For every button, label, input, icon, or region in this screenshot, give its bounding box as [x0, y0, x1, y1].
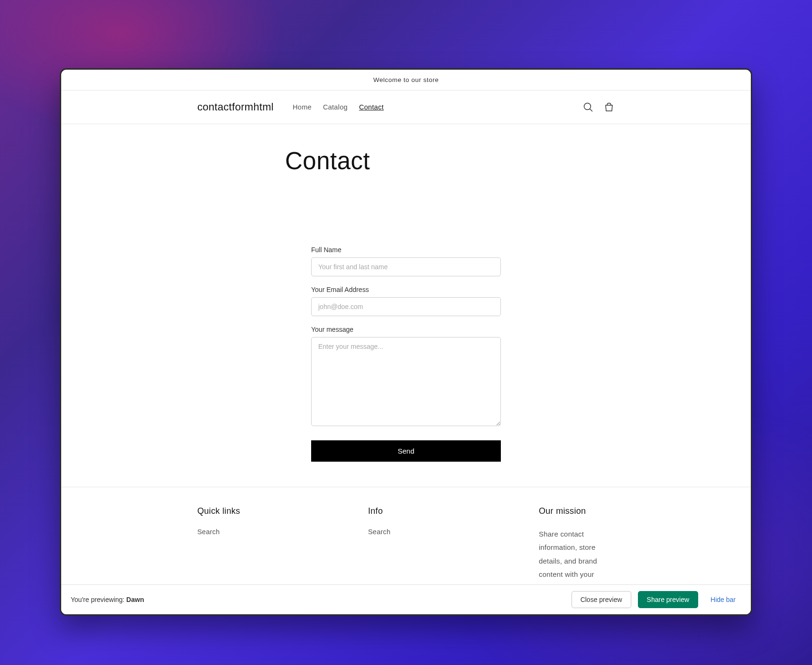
footer-mission: Our mission Share contact information, s… [539, 506, 615, 595]
close-preview-button[interactable]: Close preview [572, 591, 631, 608]
hide-bar-button[interactable]: Hide bar [705, 592, 741, 607]
preview-text: You're previewing: Dawn [71, 596, 144, 603]
preview-bar: You're previewing: Dawn Close preview Sh… [61, 584, 751, 614]
share-preview-button[interactable]: Share preview [638, 591, 699, 608]
search-icon[interactable] [582, 101, 594, 113]
main-content: Contact Full Name Your Email Address You… [61, 124, 751, 614]
footer-quick-links: Quick links Search [197, 506, 321, 595]
email-label: Your Email Address [311, 286, 501, 293]
full-name-input[interactable] [311, 257, 501, 276]
main-nav: Home Catalog Contact [293, 103, 384, 111]
email-input[interactable] [311, 297, 501, 316]
svg-line-1 [590, 109, 593, 112]
nav-contact[interactable]: Contact [359, 103, 384, 111]
full-name-label: Full Name [311, 246, 501, 254]
footer-heading-mission: Our mission [539, 506, 615, 516]
send-button[interactable]: Send [311, 440, 501, 462]
announcement-bar: Welcome to our store [61, 70, 751, 91]
nav-catalog[interactable]: Catalog [323, 103, 348, 111]
header: contactformhtml Home Catalog Contact [61, 91, 751, 124]
cart-icon[interactable] [603, 101, 615, 113]
footer-info: Info Search [368, 506, 491, 595]
footer-link-search-1[interactable]: Search [197, 528, 220, 536]
message-label: Your message [311, 326, 501, 333]
contact-form-section: Full Name Your Email Address Your messag… [61, 184, 751, 487]
preview-theme-name: Dawn [126, 596, 144, 603]
browser-window: Welcome to our store contactformhtml Hom… [60, 68, 752, 616]
svg-point-0 [584, 103, 591, 110]
footer-heading-info: Info [368, 506, 491, 516]
footer-heading-quick-links: Quick links [197, 506, 321, 516]
message-input[interactable] [311, 337, 501, 426]
preview-prefix: You're previewing: [71, 596, 126, 603]
announcement-text: Welcome to our store [373, 76, 439, 83]
store-name[interactable]: contactformhtml [197, 101, 274, 113]
nav-home[interactable]: Home [293, 103, 312, 111]
footer-link-search-2[interactable]: Search [368, 528, 390, 536]
page-title: Contact [140, 124, 672, 184]
